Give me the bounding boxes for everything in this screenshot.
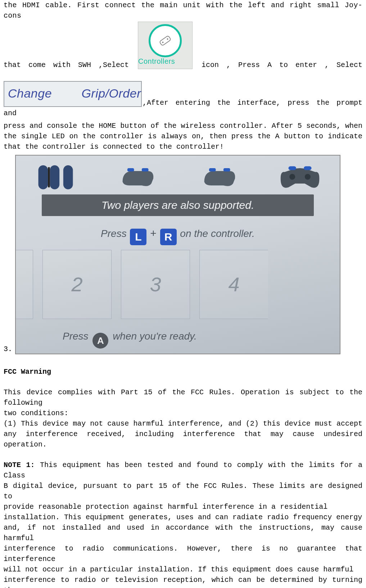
svg-rect-13	[304, 166, 311, 170]
paragraph-line: This device complies with Part 15 of the…	[4, 387, 362, 408]
paragraph-line: interference to radio or television rece…	[4, 575, 362, 588]
paragraph-line: installation. This equipment generates, …	[4, 512, 362, 522]
player-slot-row: 2 3 4	[26, 250, 340, 326]
text-segment: icon , Press A to enter , Select	[202, 61, 362, 69]
paragraph-with-icon: that come with SWH ,Select Controllers i…	[4, 22, 362, 70]
paragraph-line: provide reasonable protection against ha…	[4, 502, 362, 512]
text-segment: Press	[63, 331, 89, 342]
text-segment: on the controller.	[180, 228, 255, 239]
text-segment: This equipment has been tested and found…	[4, 461, 362, 480]
controllers-label: Controllers	[138, 56, 192, 67]
player-slot-3: 3	[121, 250, 190, 319]
paragraph-line: the HDMI cable. First connect the main u…	[4, 0, 362, 21]
paragraph-line: B digital device, pursuant to part 15 of…	[4, 481, 362, 502]
single-joycon-right-icon	[192, 162, 245, 191]
player-slot-1	[15, 250, 33, 319]
paragraph-line: will not occur in a particular installat…	[4, 564, 362, 575]
svg-rect-11	[223, 168, 230, 171]
paragraph-line: (1) This device may not cause harmful in…	[4, 418, 362, 429]
paragraph-line: press and console the HOME button of the…	[4, 121, 362, 131]
svg-point-1	[162, 41, 164, 44]
switch-screenshot: Two players are also supported. Press L …	[15, 155, 340, 354]
press-a-prompt: Press A when you're ready.	[63, 329, 197, 349]
paragraph-line: the single LED on the controller is alwa…	[4, 131, 362, 142]
pro-controller-icon	[273, 162, 327, 191]
paragraph-line: that the controller is connected to the …	[4, 142, 362, 152]
svg-rect-3	[39, 165, 48, 189]
svg-rect-6	[63, 165, 73, 189]
note1-label: NOTE 1:	[4, 461, 35, 469]
svg-rect-4	[50, 165, 60, 189]
svg-rect-9	[142, 168, 149, 171]
joycon-pair-icon	[29, 162, 82, 191]
screenshot-wrapper: 3.	[4, 155, 362, 354]
controllers-ring	[149, 24, 182, 57]
single-joycon-left-icon	[110, 162, 164, 191]
svg-rect-10	[209, 168, 216, 171]
controller-type-row	[29, 161, 327, 193]
svg-point-2	[167, 38, 169, 40]
joycon-glyph-icon	[157, 32, 173, 49]
player-slot-4: 4	[199, 250, 268, 319]
document-page: the HDMI cable. First connect the main u…	[0, 0, 366, 588]
banner-two-players: Two players are also supported.	[42, 194, 314, 216]
svg-rect-12	[288, 166, 296, 170]
press-lr-prompt: Press L + R on the controller.	[16, 225, 340, 245]
fcc-warning-heading: FCC Warning	[4, 367, 362, 377]
paragraph-with-button: Change Grip/Order,After entering the int…	[4, 81, 362, 118]
paragraph-line: two conditions:	[4, 408, 362, 418]
list-number: 3.	[4, 344, 12, 354]
keycap-r-icon: R	[160, 229, 177, 245]
text-segment: that come with SWH ,Select	[4, 61, 129, 69]
svg-rect-0	[159, 36, 171, 46]
player-slot-2: 2	[42, 250, 112, 319]
paragraph-line: and, if not installed and used in accord…	[4, 522, 362, 543]
a-button-icon: A	[92, 333, 108, 349]
svg-rect-8	[127, 168, 134, 171]
plus-symbol: +	[150, 227, 157, 239]
text-segment: Press	[101, 228, 127, 239]
svg-point-14	[289, 174, 295, 180]
paragraph-line: NOTE 1: This equipment has been tested a…	[4, 460, 362, 481]
paragraph-line: interference to radio communications. Ho…	[4, 543, 362, 564]
keycap-l-icon: L	[130, 229, 146, 245]
svg-rect-5	[48, 167, 50, 187]
controllers-icon: Controllers	[138, 22, 193, 69]
change-grip-order-button: Change Grip/Order	[4, 81, 142, 107]
svg-point-15	[305, 174, 311, 180]
text-segment: when you're ready.	[113, 331, 197, 342]
paragraph-line: any interference received, including int…	[4, 429, 362, 450]
